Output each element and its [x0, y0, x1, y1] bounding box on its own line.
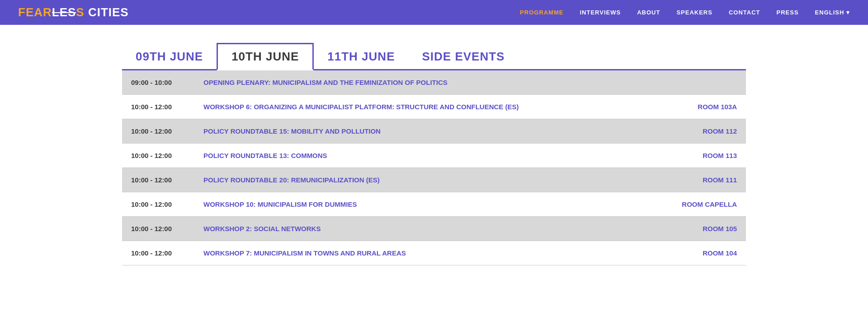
schedule-body: 09:00 - 10:00OPENING PLENARY: MUNICIPALI… — [122, 70, 746, 265]
logo-fear: FEAR — [18, 5, 52, 19]
main-nav: PROGRAMME INTERVIEWS ABOUT SPEAKERS CONT… — [520, 9, 850, 16]
event-cell[interactable]: WORKSHOP 2: SOCIAL NETWORKS — [194, 217, 673, 241]
table-row[interactable]: 10:00 - 12:00WORKSHOP 10: MUNICIPALISM F… — [122, 192, 746, 217]
time-cell: 10:00 - 12:00 — [122, 144, 194, 168]
event-cell[interactable]: WORKSHOP 6: ORGANIZING A MUNICIPALIST PL… — [194, 95, 673, 119]
nav-about[interactable]: ABOUT — [637, 9, 660, 16]
logo[interactable]: FEARLESS CITIES — [18, 5, 129, 19]
room-cell: Room Capella — [673, 192, 746, 217]
logo-cities: CITIES — [85, 5, 129, 19]
event-cell[interactable]: WORKSHOP 7: MUNICIPALISM IN TOWNS AND RU… — [194, 241, 673, 265]
nav-contact[interactable]: CONTACT — [729, 9, 760, 16]
time-cell: 09:00 - 10:00 — [122, 70, 194, 95]
event-cell[interactable]: WORKSHOP 10: MUNICIPALISM FOR DUMMIES — [194, 192, 673, 217]
room-cell: Room 103A — [673, 95, 746, 119]
table-row[interactable]: 10:00 - 12:00POLICY ROUNDTABLE 13: COMMO… — [122, 144, 746, 168]
table-row[interactable]: 10:00 - 12:00WORKSHOP 2: SOCIAL NETWORKS… — [122, 217, 746, 241]
room-cell: Room 111 — [673, 168, 746, 192]
room-cell: Room 113 — [673, 144, 746, 168]
tab-10jun[interactable]: 10TH JUNE — [217, 43, 314, 70]
time-cell: 10:00 - 12:00 — [122, 119, 194, 144]
time-cell: 10:00 - 12:00 — [122, 192, 194, 217]
table-row[interactable]: 10:00 - 12:00POLICY ROUNDTABLE 15: MOBIL… — [122, 119, 746, 144]
tab-09jun[interactable]: 09TH JUNE — [122, 44, 217, 69]
room-cell: Room 104 — [673, 241, 746, 265]
time-cell: 10:00 - 12:00 — [122, 168, 194, 192]
logo-s: S — [76, 5, 84, 19]
room-cell: Room 112 — [673, 119, 746, 144]
nav-programme[interactable]: PROGRAMME — [520, 9, 563, 16]
table-row[interactable]: 10:00 - 12:00POLICY ROUNDTABLE 20: REMUN… — [122, 168, 746, 192]
room-cell: Room 105 — [673, 217, 746, 241]
tab-11jun[interactable]: 11TH JUNE — [314, 44, 408, 69]
table-row[interactable]: 10:00 - 12:00WORKSHOP 6: ORGANIZING A MU… — [122, 95, 746, 119]
header: FEARLESS CITIES PROGRAMME INTERVIEWS ABO… — [0, 0, 868, 25]
nav-interviews[interactable]: INTERVIEWS — [580, 9, 621, 16]
time-cell: 10:00 - 12:00 — [122, 95, 194, 119]
tab-side-events[interactable]: SIDE EVENTS — [408, 44, 518, 69]
event-cell[interactable]: POLICY ROUNDTABLE 13: COMMONS — [194, 144, 673, 168]
main-content: 09TH JUNE 10TH JUNE 11TH JUNE SIDE EVENT… — [0, 25, 868, 283]
nav-language[interactable]: ENGLISH ▾ — [815, 9, 850, 16]
logo-less: LES — [52, 5, 76, 19]
event-cell[interactable]: POLICY ROUNDTABLE 20: REMUNICIPALIZATION… — [194, 168, 673, 192]
nav-press[interactable]: PRESS — [777, 9, 799, 16]
table-row[interactable]: 10:00 - 12:00WORKSHOP 7: MUNICIPALISM IN… — [122, 241, 746, 265]
nav-speakers[interactable]: SPEAKERS — [676, 9, 712, 16]
time-cell: 10:00 - 12:00 — [122, 217, 194, 241]
event-cell[interactable]: OPENING PLENARY: MUNICIPALISM AND THE FE… — [194, 70, 673, 95]
date-tabs: 09TH JUNE 10TH JUNE 11TH JUNE SIDE EVENT… — [122, 43, 746, 70]
table-row[interactable]: 09:00 - 10:00OPENING PLENARY: MUNICIPALI… — [122, 70, 746, 95]
schedule-table: 09:00 - 10:00OPENING PLENARY: MUNICIPALI… — [122, 70, 746, 265]
time-cell: 10:00 - 12:00 — [122, 241, 194, 265]
room-cell — [673, 70, 746, 95]
event-cell[interactable]: POLICY ROUNDTABLE 15: MOBILITY AND POLLU… — [194, 119, 673, 144]
